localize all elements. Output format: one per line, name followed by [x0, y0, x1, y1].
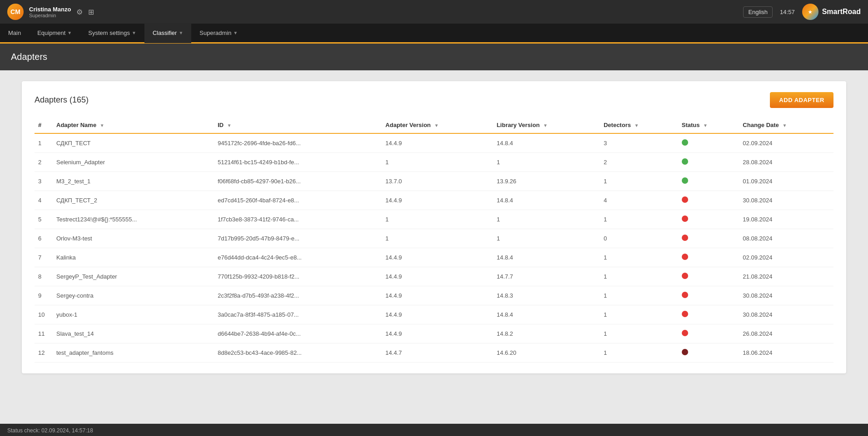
- brand-name: SmartRoad: [822, 8, 861, 16]
- table-header-row: # Adapter Name ▼ ID ▼ Adapter Version ▼ …: [35, 117, 833, 133]
- cell-library-version: 14.8.2: [493, 324, 600, 343]
- cell-id[interactable]: 2c3f2f8a-d7b5-493f-a238-4f2...: [214, 286, 382, 305]
- col-adapter-version[interactable]: Adapter Version ▼: [382, 117, 493, 133]
- table-row[interactable]: 1 СДКП_ТЕСТ 945172fc-2696-4fde-ba26-fd6.…: [35, 133, 833, 153]
- cell-library-version: 14.8.4: [493, 248, 600, 267]
- table-row[interactable]: 11 Slava_test_14 d6644be7-2638-4b94-af4e…: [35, 324, 833, 343]
- cell-name[interactable]: Orlov-M3-test: [53, 229, 214, 248]
- table-row[interactable]: 8 SergeyP_Test_Adapter 770f125b-9932-420…: [35, 267, 833, 286]
- cell-name[interactable]: Sergey-contra: [53, 286, 214, 305]
- cell-name[interactable]: yubox-1: [53, 305, 214, 324]
- cell-library-version: 14.8.4: [493, 133, 600, 153]
- topbar-icons: ⚙ ⊞: [76, 8, 94, 16]
- cell-num: 8: [35, 267, 53, 286]
- cell-num: 6: [35, 229, 53, 248]
- nav-item-classifier[interactable]: Classifier ▼: [144, 23, 191, 43]
- cell-adapter-version: 14.4.9: [382, 133, 493, 153]
- cell-name[interactable]: СДКП_ТЕСТ: [53, 133, 214, 153]
- status-dot: [682, 216, 688, 222]
- nav-item-equipment[interactable]: Equipment ▼: [29, 23, 80, 43]
- chevron-down-icon: ▼: [233, 30, 238, 35]
- col-detectors[interactable]: Detectors ▼: [600, 117, 678, 133]
- table-row[interactable]: 2 Selenium_Adapter 51214f61-bc15-4249-b1…: [35, 153, 833, 172]
- cell-detectors: 1: [600, 248, 678, 267]
- sort-icon: ▼: [543, 123, 548, 128]
- topbar-right: English 14:57 ★ SmartRoad: [743, 4, 861, 20]
- cell-library-version: 14.6.20: [493, 343, 600, 363]
- table-row[interactable]: 7 Kalinka e76d44dd-dca4-4c24-9ec5-e8... …: [35, 248, 833, 267]
- adapters-table: # Adapter Name ▼ ID ▼ Adapter Version ▼ …: [35, 117, 833, 363]
- add-icon[interactable]: ⊞: [88, 8, 94, 16]
- col-change-date[interactable]: Change Date ▼: [739, 117, 833, 133]
- cell-id[interactable]: 8d8e2c53-bc43-4ace-9985-82...: [214, 343, 382, 363]
- table-row[interactable]: 9 Sergey-contra 2c3f2f8a-d7b5-493f-a238-…: [35, 286, 833, 305]
- language-selector[interactable]: English: [743, 6, 773, 18]
- cell-id[interactable]: f06f68fd-cb85-4297-90e1-b26...: [214, 172, 382, 191]
- cell-id[interactable]: d6644be7-2638-4b94-af4e-0c...: [214, 324, 382, 343]
- cell-id[interactable]: 7d17b995-20d5-47b9-8479-e...: [214, 229, 382, 248]
- cell-status: [678, 286, 739, 305]
- sort-icon: ▼: [782, 123, 787, 128]
- cell-library-version: 1: [493, 153, 600, 172]
- cell-num: 5: [35, 210, 53, 229]
- add-adapter-button[interactable]: ADD ADAPTER: [770, 92, 833, 108]
- cell-name[interactable]: Testrect1234!@#${}:*555555...: [53, 210, 214, 229]
- time-display: 14:57: [780, 9, 795, 15]
- cell-change-date: 19.08.2024: [739, 210, 833, 229]
- cell-status: [678, 229, 739, 248]
- col-status[interactable]: Status ▼: [678, 117, 739, 133]
- cell-id[interactable]: 51214f61-bc15-4249-b1bd-fe...: [214, 153, 382, 172]
- cell-id[interactable]: 770f125b-9932-4209-b818-f2...: [214, 267, 382, 286]
- status-dot: [682, 158, 688, 165]
- chevron-down-icon: ▼: [132, 30, 136, 35]
- cell-id[interactable]: e76d44dd-dca4-4c24-9ec5-e8...: [214, 248, 382, 267]
- cell-library-version: 14.8.3: [493, 286, 600, 305]
- status-dot: [682, 330, 688, 336]
- table-row[interactable]: 3 М3_2_test_1 f06f68fd-cb85-4297-90e1-b2…: [35, 172, 833, 191]
- col-library-version[interactable]: Library Version ▼: [493, 117, 600, 133]
- table-row[interactable]: 6 Orlov-M3-test 7d17b995-20d5-47b9-8479-…: [35, 229, 833, 248]
- brand-logo: ★: [802, 4, 818, 20]
- cell-id[interactable]: 3a0cac7a-8f3f-4875-a185-07...: [214, 305, 382, 324]
- cell-status: [678, 267, 739, 286]
- nav-item-system-settings[interactable]: System settings ▼: [80, 23, 144, 43]
- status-dot: [682, 235, 688, 241]
- cell-name[interactable]: SergeyP_Test_Adapter: [53, 267, 214, 286]
- nav-item-superadmin[interactable]: Superadmin ▼: [191, 23, 246, 43]
- page-header: Adapters: [0, 44, 868, 70]
- cell-detectors: 1: [600, 210, 678, 229]
- user-info: Cristina Manzo Superadmin: [29, 6, 71, 18]
- table-row[interactable]: 4 СДКП_ТЕСТ_2 ed7cd415-260f-4baf-8724-e8…: [35, 191, 833, 210]
- cell-adapter-version: 14.4.9: [382, 324, 493, 343]
- cell-name[interactable]: test_adapter_fantoms: [53, 343, 214, 363]
- card-title: Adapters (165): [35, 95, 89, 105]
- cell-id[interactable]: 1f7cb3e8-3873-41f2-9746-ca...: [214, 210, 382, 229]
- cell-name[interactable]: Slava_test_14: [53, 324, 214, 343]
- cell-adapter-version: 14.4.9: [382, 305, 493, 324]
- table-row[interactable]: 12 test_adapter_fantoms 8d8e2c53-bc43-4a…: [35, 343, 833, 363]
- status-dot: [682, 349, 688, 355]
- settings-icon[interactable]: ⚙: [76, 8, 83, 16]
- col-id[interactable]: ID ▼: [214, 117, 382, 133]
- cell-id[interactable]: 945172fc-2696-4fde-ba26-fd6...: [214, 133, 382, 153]
- cell-detectors: 1: [600, 343, 678, 363]
- cell-detectors: 2: [600, 153, 678, 172]
- cell-change-date: 30.08.2024: [739, 286, 833, 305]
- cell-name[interactable]: М3_2_test_1: [53, 172, 214, 191]
- col-adapter-name[interactable]: Adapter Name ▼: [53, 117, 214, 133]
- table-row[interactable]: 5 Testrect1234!@#${}:*555555... 1f7cb3e8…: [35, 210, 833, 229]
- cell-name[interactable]: Selenium_Adapter: [53, 153, 214, 172]
- cell-library-version: 14.8.4: [493, 191, 600, 210]
- table-row[interactable]: 10 yubox-1 3a0cac7a-8f3f-4875-a185-07...…: [35, 305, 833, 324]
- cell-adapter-version: 14.4.9: [382, 267, 493, 286]
- table-header: # Adapter Name ▼ ID ▼ Adapter Version ▼ …: [35, 117, 833, 133]
- user-name: Cristina Manzo: [29, 6, 71, 13]
- card-header: Adapters (165) ADD ADAPTER: [35, 92, 833, 108]
- col-num: #: [35, 117, 53, 133]
- cell-name[interactable]: СДКП_ТЕСТ_2: [53, 191, 214, 210]
- cell-id[interactable]: ed7cd415-260f-4baf-8724-e8...: [214, 191, 382, 210]
- chevron-down-icon: ▼: [67, 30, 72, 35]
- cell-name[interactable]: Kalinka: [53, 248, 214, 267]
- cell-library-version: 1: [493, 229, 600, 248]
- nav-item-main[interactable]: Main: [0, 23, 29, 43]
